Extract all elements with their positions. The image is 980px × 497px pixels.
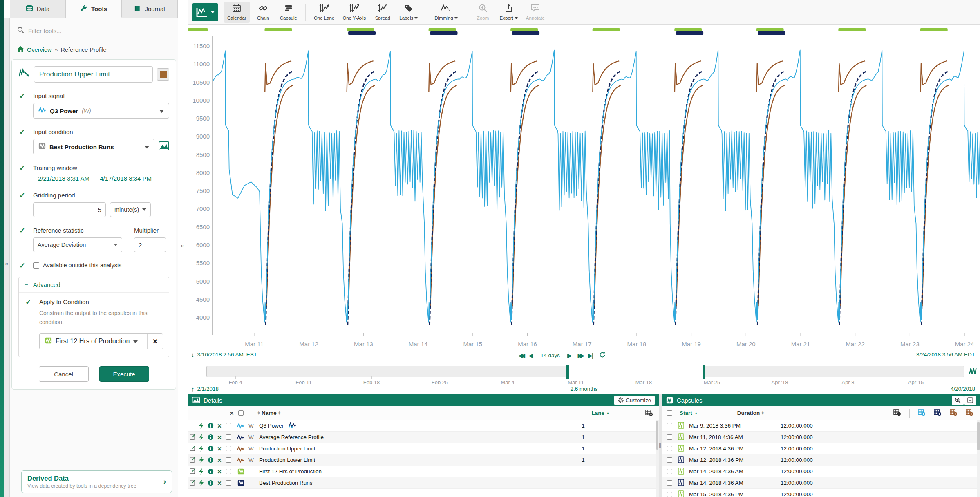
step-to-end-icon[interactable]: ▶| <box>588 352 594 358</box>
add-stat-column-upper-icon[interactable] <box>950 409 958 417</box>
reference-statistic-select[interactable]: Average Deviation <box>33 237 122 252</box>
edit-icon[interactable] <box>190 434 196 441</box>
autoupdate-icon[interactable] <box>197 457 206 463</box>
row-checkbox[interactable] <box>226 469 231 474</box>
multiplier-input[interactable]: 2 <box>134 237 166 252</box>
row-checkbox[interactable] <box>226 434 231 440</box>
capsules-col-duration[interactable]: Duration <box>737 410 760 416</box>
capsules-col-start[interactable]: Start <box>680 410 692 416</box>
timeline-selected-range[interactable] <box>568 365 704 378</box>
autoupdate-icon[interactable] <box>197 468 206 475</box>
edit-icon[interactable] <box>190 457 196 464</box>
sort-icon[interactable]: ▲▼ <box>278 411 281 415</box>
autoupdate-icon[interactable] <box>197 480 206 486</box>
details-row[interactable]: ✕WProduction Lower Limit1 <box>188 454 659 466</box>
remove-icon[interactable]: ✕ <box>215 457 224 463</box>
toolbar-one-y-axis-button[interactable]: One Y-Axis <box>339 2 369 23</box>
step-back-icon[interactable]: ◀ <box>528 352 533 358</box>
remove-icon[interactable]: ✕ <box>215 468 224 475</box>
timeline-slider[interactable] <box>206 366 964 377</box>
investigate-end-date[interactable]: 4/20/2018 <box>951 386 975 392</box>
add-stat-column-reference-icon[interactable] <box>934 409 942 417</box>
capsule-row[interactable]: Mar 12, 2018 4:36 PM12:00:00.000 <box>662 443 980 454</box>
remove-icon[interactable]: ✕ <box>215 446 224 452</box>
sort-icon[interactable]: ▲▼ <box>257 411 260 415</box>
breadcrumb-overview-link[interactable]: Overview <box>27 47 51 53</box>
row-checkbox[interactable] <box>238 410 244 416</box>
capsules-scrollbar[interactable] <box>977 420 980 497</box>
toolbar-chain-button[interactable]: Chain <box>251 2 275 23</box>
info-icon[interactable] <box>206 468 215 475</box>
remove-icon[interactable]: ✕ <box>215 434 224 441</box>
left-collapsed-panel-gutter[interactable]: « <box>4 18 10 497</box>
row-checkbox[interactable] <box>667 457 672 463</box>
remove-icon[interactable]: ✕ <box>215 423 224 429</box>
details-row[interactable]: ✕First 12 Hrs of Production <box>188 466 659 477</box>
details-col-lane[interactable]: Lane <box>592 410 605 416</box>
info-icon[interactable] <box>206 446 215 452</box>
row-checkbox[interactable] <box>226 446 231 451</box>
edit-icon[interactable] <box>190 468 196 475</box>
step-back-fast-icon[interactable]: ◀◀ <box>518 352 523 358</box>
toolbar-dimming-button[interactable]: Dimming <box>431 2 461 23</box>
cancel-button[interactable]: Cancel <box>39 366 89 382</box>
input-signal-select[interactable]: Q3 Power (W) <box>33 103 169 119</box>
item-name[interactable]: Production Lower Limit <box>259 457 315 463</box>
autoupdate-icon[interactable] <box>197 446 206 452</box>
range-start[interactable]: 3/10/2018 2:56 AM <box>197 351 244 358</box>
view-selector-button[interactable] <box>192 3 218 21</box>
gridding-period-input[interactable]: 5 <box>33 202 106 217</box>
step-forward-icon[interactable]: ▶ <box>567 352 572 358</box>
customize-button[interactable]: Customize <box>614 396 655 405</box>
info-icon[interactable] <box>206 423 215 429</box>
gridding-unit-dropdown[interactable]: minute(s) <box>110 202 151 217</box>
add-stat-column-lower-icon[interactable] <box>966 409 973 417</box>
autoupdate-icon[interactable] <box>197 423 206 429</box>
details-row[interactable]: ✕Best Production Runs <box>188 477 659 489</box>
row-checkbox[interactable] <box>667 469 672 474</box>
clear-condition-button[interactable]: ✕ <box>147 334 163 349</box>
capsule-row[interactable]: Mar 11, 2018 4:36 AM12:00:00.000 <box>662 432 980 443</box>
capsule-row[interactable]: Mar 14, 2018 4:36 AM12:00:00.000 <box>662 477 980 489</box>
remove-icon[interactable]: ✕ <box>215 480 224 486</box>
row-checkbox[interactable] <box>667 434 672 440</box>
range-end-timezone[interactable]: EDT <box>964 351 975 358</box>
input-condition-select[interactable]: Best Production Runs <box>33 139 154 154</box>
details-row[interactable]: ✕WProduction Upper Limit1 <box>188 443 659 454</box>
details-col-name[interactable]: Name <box>262 410 277 416</box>
tool-name-input[interactable]: Production Upper Limit <box>34 66 153 83</box>
range-start-timezone[interactable]: EST <box>246 351 257 358</box>
tab-data[interactable]: Data <box>10 0 66 18</box>
collapse-left-icon[interactable]: « <box>5 260 8 267</box>
row-checkbox[interactable] <box>667 410 672 416</box>
trend-chart[interactable]: 1150011000105001000095009000850080007500… <box>188 25 980 352</box>
timeline-right-handle[interactable] <box>703 365 705 379</box>
investigate-start-date[interactable]: 2/1/2018 <box>197 386 219 392</box>
refresh-icon[interactable] <box>599 351 606 359</box>
add-stat-column-q3-power-icon[interactable] <box>918 409 926 417</box>
row-checkbox[interactable] <box>226 480 231 486</box>
item-name[interactable]: First 12 Hrs of Production <box>259 468 322 475</box>
panel-splitter[interactable]: ▌▌ <box>659 394 662 497</box>
step-forward-fast-icon[interactable]: ▶▶ <box>577 352 582 358</box>
tab-tools[interactable]: Tools <box>66 0 122 18</box>
investigate-duration[interactable]: 2.6 months <box>571 386 598 392</box>
row-checkbox[interactable] <box>667 492 672 497</box>
sort-icon[interactable]: ▲▼ <box>761 411 764 415</box>
toolbar-spread-button[interactable]: Spread <box>371 2 394 23</box>
row-checkbox[interactable] <box>667 480 672 486</box>
tab-journal[interactable]: Journal <box>122 0 178 18</box>
edit-icon[interactable] <box>190 479 196 487</box>
available-outside-checkbox[interactable] <box>33 262 39 269</box>
toolbar-export-button[interactable]: Export <box>497 2 521 23</box>
info-icon[interactable] <box>206 434 215 440</box>
filter-tools-search[interactable]: Filter tools... <box>17 25 170 37</box>
capsule-row[interactable]: Mar 12, 2018 4:36 PM12:00:00.000 <box>662 454 980 466</box>
details-row[interactable]: ✕WQ3 Power1 <box>188 420 659 432</box>
toolbar-one-lane-button[interactable]: One Lane <box>311 2 338 23</box>
home-icon[interactable] <box>17 46 24 54</box>
details-scrollbar[interactable] <box>656 420 659 497</box>
add-column-icon[interactable] <box>610 410 659 416</box>
item-name[interactable]: Average Reference Profile <box>259 434 324 440</box>
collapse-capsules-button[interactable] <box>964 396 976 405</box>
